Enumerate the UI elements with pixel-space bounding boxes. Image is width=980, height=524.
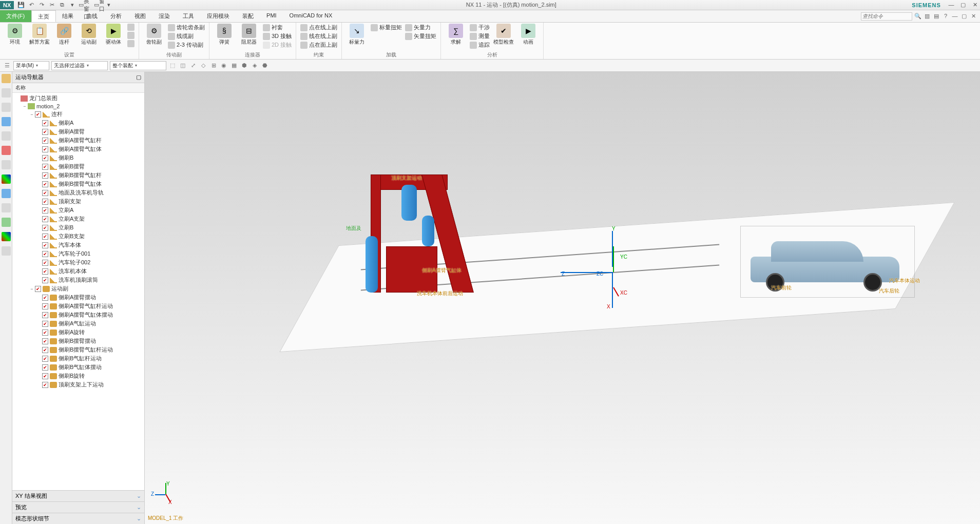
tab-pmi[interactable]: PMI [260,10,283,22]
btn-animation[interactable]: ▶动画 [517,24,539,45]
tab-results[interactable]: 结果 [56,10,80,22]
btn-sm3[interactable] [127,40,134,47]
tab-omnicad[interactable]: OmniCAD for NX [283,10,339,22]
rb-i8[interactable] [2,174,11,184]
btn-rack[interactable]: 齿轮齿条副 [168,24,205,31]
tab-tools[interactable]: 工具 [177,10,201,22]
copy-icon[interactable]: ⧉ [58,1,66,9]
tab-render[interactable]: 渲染 [152,10,177,22]
tab-assembly[interactable]: 装配 [236,10,260,22]
bar-xy[interactable]: XY 结果视图⌄ [12,490,144,501]
tree-link-2[interactable]: ✔侧刷A摆臂气缸杆 [12,136,144,145]
window-menu[interactable]: ▭ 窗口 ▾ [94,1,110,9]
tree-joints-group[interactable]: −✔运动副 [12,284,144,293]
btn-spring[interactable]: §弹簧 [214,24,235,45]
restore2-icon[interactable]: ▢ [960,13,968,20]
rb-i7[interactable] [2,160,11,169]
tree-link-1[interactable]: ✔侧刷A摆臂 [12,127,144,136]
btn-2dcontact[interactable]: 2D 接触 [263,41,292,49]
switch-window-button[interactable]: ▭ 切换窗口 [79,1,92,9]
layout2-icon[interactable]: ▤ [933,13,940,20]
tree-joint-10[interactable]: ✔顶刷支架上下运动 [12,380,144,389]
tree-joint-4[interactable]: ✔侧刷A旋转 [12,328,144,337]
tree-link-15[interactable]: ✔汽车轮子001 [12,249,144,258]
rb-i13[interactable] [2,246,11,256]
tree-link-6[interactable]: ✔侧刷B摆臂气缸杆 [12,171,144,180]
undo-icon[interactable]: ↶ [27,1,35,9]
fb-i10[interactable]: ⬣ [261,62,269,70]
tree-links-group[interactable]: −✔连杆 [12,110,144,119]
tree-link-10[interactable]: ✔立刷A [12,206,144,215]
fb-i5[interactable]: ⊞ [209,62,218,70]
fb-i4[interactable]: ◇ [199,62,207,70]
rb-i4[interactable] [2,117,11,126]
menu-icon[interactable]: ☰ [3,62,11,70]
tree-link-16[interactable]: ✔汽车轮子002 [12,258,144,267]
scope-combo[interactable]: 整个装配 [110,61,166,70]
search-input[interactable] [861,12,912,21]
navigator-pin-icon[interactable]: ▢ [136,74,141,81]
rb-i3[interactable] [2,103,11,112]
btn-solve[interactable]: ∑求解 [445,24,467,45]
btn-gear[interactable]: ⚙齿轮副 [143,24,165,45]
btn-bushing[interactable]: 衬套 [263,24,292,31]
btn-23coupler[interactable]: 2-3 传动副 [168,41,205,49]
btn-cable[interactable]: 线缆副 [168,32,205,40]
tree-joint-8[interactable]: ✔侧刷B气缸体摆动 [12,363,144,372]
tab-home[interactable]: 主页 [31,10,56,22]
btn-pof[interactable]: 点在面上副 [300,41,337,49]
rb-i2[interactable] [2,88,11,98]
tree-joint-9[interactable]: ✔侧刷B旋转 [12,372,144,380]
btn-interf[interactable]: 干涉 [470,24,490,31]
btn-storque[interactable]: 标量扭矩 [371,24,402,31]
tree-joint-1[interactable]: ✔侧刷A摆臂气缸杆运动 [12,302,144,310]
btn-solution[interactable]: 📋解算方案 [29,24,50,45]
btn-vtorque[interactable]: 矢量扭矩 [405,32,436,40]
btn-sm2[interactable] [127,32,134,39]
minimize-icon[interactable]: — [947,2,955,9]
search-icon[interactable]: 🔍 [914,13,921,20]
btn-measure[interactable]: 测量 [470,32,490,40]
fb-i7[interactable]: ▦ [230,62,238,70]
rb-i6[interactable] [2,146,11,155]
bar-modeshape[interactable]: 模态形状细节⌄ [12,513,144,524]
tree-link-9[interactable]: ✔顶刷支架 [12,197,144,206]
btn-joint[interactable]: ⟲运动副 [78,24,100,45]
navigator-tree[interactable]: 龙门总装图−motion_2−✔连杆✔侧刷A✔侧刷A摆臂✔侧刷A摆臂气缸杆✔侧刷… [12,93,144,490]
btn-sm1[interactable] [127,24,134,31]
rb-i12[interactable] [2,232,11,241]
restore-icon[interactable]: ▢ [959,2,967,9]
min2-icon[interactable]: — [951,13,958,20]
fb-i8[interactable]: ⬢ [240,62,248,70]
tree-link-17[interactable]: ✔洗车机本体 [12,267,144,276]
tree-joint-6[interactable]: ✔侧刷B摆臂气缸杆运动 [12,345,144,354]
tab-analysis[interactable]: 分析 [104,10,128,22]
tree-link-11[interactable]: ✔立刷A支架 [12,215,144,223]
tree-link-12[interactable]: ✔立刷B [12,223,144,232]
rb-i9[interactable] [2,189,11,198]
tree-link-14[interactable]: ✔汽车本体 [12,241,144,249]
tab-curve[interactable]: 曲线 [80,10,104,22]
rb-i5[interactable] [2,131,11,141]
tree-root[interactable]: 龙门总装图 [12,94,144,103]
fb-i2[interactable]: ◫ [179,62,187,70]
fb-i6[interactable]: ◉ [220,62,228,70]
tab-view[interactable]: 视图 [128,10,152,22]
tree-link-0[interactable]: ✔侧刷A [12,119,144,127]
help-icon[interactable]: ▾ [68,1,76,9]
tab-application[interactable]: 应用模块 [201,10,236,22]
bar-preview[interactable]: 预览⌄ [12,501,144,513]
redo-icon[interactable]: ↷ [37,1,46,9]
tree-joint-5[interactable]: ✔侧刷B摆臂摆动 [12,337,144,345]
btn-3dcontact[interactable]: 3D 接触 [263,32,292,40]
tab-file[interactable]: 文件(F) [0,10,31,22]
tree-joint-0[interactable]: ✔侧刷A摆臂摆动 [12,293,144,302]
tree-joint-7[interactable]: ✔侧刷B气缸杆运动 [12,354,144,363]
btn-lol[interactable]: 线在线上副 [300,32,337,40]
menu-combo[interactable]: 菜单(M) [13,61,49,70]
rb-i11[interactable] [2,218,11,227]
btn-environment[interactable]: ⚙环境 [4,24,26,45]
btn-driver[interactable]: ▶驱动体 [103,24,124,45]
tree-link-5[interactable]: ✔侧刷B摆臂 [12,162,144,171]
tree-link-3[interactable]: ✔侧刷A摆臂气缸体 [12,145,144,153]
